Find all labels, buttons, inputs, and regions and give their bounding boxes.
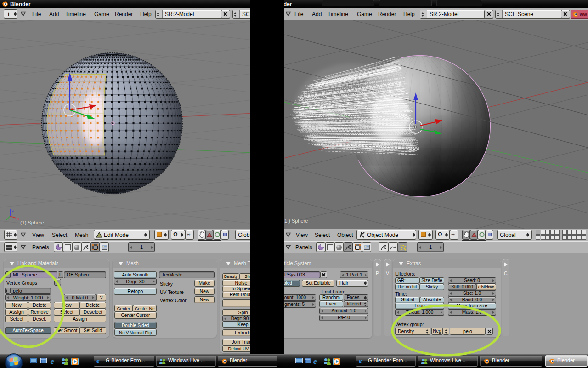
svg-text:1 ) Sphere: 1 ) Sphere: [284, 218, 308, 224]
svg-text:x: x: [17, 217, 19, 221]
svg-text:(1) Sphere: (1) Sphere: [20, 220, 44, 225]
svg-text:z: z: [12, 208, 14, 213]
